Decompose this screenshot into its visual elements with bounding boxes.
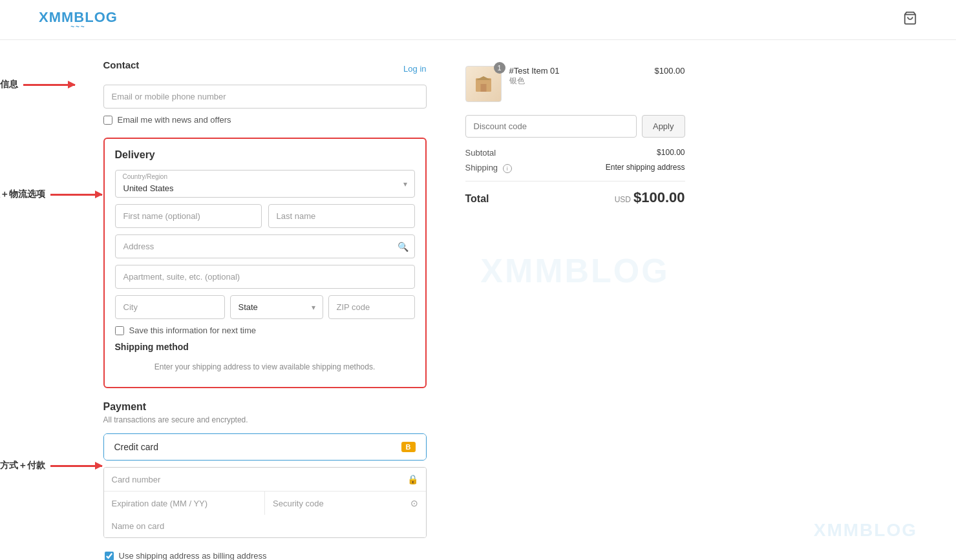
- annotation-step2: ②收货地址＋物流选项: [0, 189, 102, 200]
- lock-icon: 🔒: [407, 474, 418, 484]
- header: XMMBLOG: [0, 0, 956, 40]
- billing-label: Use shipping address as billing address: [119, 551, 267, 560]
- billing-checkbox[interactable]: [105, 552, 114, 561]
- newsletter-checkbox[interactable]: [103, 116, 112, 125]
- shipping-row: Shipping i Enter shipping address: [465, 163, 685, 173]
- annotation-step3: ③选择付款方式＋付款: [0, 460, 102, 472]
- discount-input[interactable]: [465, 115, 637, 138]
- item-variant: 银色: [509, 76, 647, 87]
- payment-section: Payment All transactions are secure and …: [103, 401, 427, 560]
- order-item: 1 #Test Item 01 银色 $100.00: [465, 66, 685, 102]
- delivery-title: Delivery: [115, 149, 415, 161]
- security-field: ⊙: [265, 492, 426, 515]
- shipping-info-icon: i: [503, 164, 512, 173]
- city-input[interactable]: [115, 295, 225, 319]
- card-number-row: 🔒: [104, 468, 426, 492]
- contact-section: Contact Log in Email me with news and of…: [103, 59, 427, 125]
- state-select[interactable]: State: [230, 295, 323, 319]
- payment-title: Payment: [103, 401, 427, 413]
- shipping-method-title: Shipping method: [115, 342, 415, 352]
- card-number-input[interactable]: [112, 475, 402, 484]
- name-row: [115, 204, 415, 228]
- address-input[interactable]: [115, 234, 415, 258]
- save-info-checkbox[interactable]: [115, 326, 124, 335]
- billing-address-row: Use shipping address as billing address: [103, 544, 427, 560]
- country-wrapper: Country/Region United States ▾: [115, 170, 415, 198]
- total-amount: $100.00: [633, 189, 685, 206]
- cart-icon[interactable]: [903, 11, 917, 28]
- total-row: Total USD $100.00: [465, 181, 685, 206]
- subtotal-row: Subtotal $100.00: [465, 148, 685, 158]
- payment-badge: B: [401, 442, 416, 452]
- expiry-field: [104, 492, 266, 515]
- login-link[interactable]: Log in: [403, 64, 426, 74]
- newsletter-row: Email me with news and offers: [103, 115, 427, 125]
- zip-input[interactable]: [328, 295, 415, 319]
- credit-card-tab[interactable]: Credit card B: [104, 434, 426, 460]
- contact-header: Contact Log in: [103, 59, 427, 78]
- annotation-step1: ①填写联系信息: [0, 79, 75, 90]
- newsletter-label: Email me with news and offers: [118, 115, 231, 125]
- subtotal-label: Subtotal: [465, 148, 496, 158]
- logo: XMMBLOG: [39, 9, 118, 30]
- save-info-label: Save this information for next time: [129, 326, 257, 335]
- item-price: $100.00: [655, 66, 685, 76]
- item-details: #Test Item 01 银色: [509, 66, 647, 87]
- payment-methods: Credit card B: [103, 433, 427, 461]
- arrow-step1: [23, 84, 75, 86]
- save-info-row: Save this information for next time: [115, 326, 415, 335]
- right-column: 1 #Test Item 01 银色 $100.00 Apply Subtota…: [465, 59, 685, 560]
- arrow-step3: [50, 465, 102, 467]
- address2-input[interactable]: [115, 265, 415, 289]
- question-icon: ⊙: [410, 498, 418, 508]
- total-currency: USD: [615, 195, 631, 204]
- state-wrapper: State ▾: [230, 295, 323, 319]
- delivery-section: Delivery Country/Region United States ▾: [103, 138, 427, 388]
- apply-button[interactable]: Apply: [642, 115, 685, 138]
- payment-subtitle: All transactions are secure and encrypte…: [103, 415, 427, 424]
- card-fields: 🔒 ⊙: [103, 467, 427, 538]
- subtotal-value: $100.00: [657, 148, 685, 158]
- expiry-security-row: ⊙: [104, 492, 426, 515]
- watermark-area: XMMBLOG: [465, 206, 685, 335]
- name-on-card-row: [104, 515, 426, 537]
- last-name-input[interactable]: [268, 204, 415, 228]
- discount-row: Apply: [465, 115, 685, 138]
- total-label: Total: [465, 193, 489, 205]
- first-name-input[interactable]: [115, 204, 262, 228]
- search-icon: 🔍: [398, 242, 409, 252]
- country-select[interactable]: United States: [115, 170, 415, 198]
- item-quantity-badge: 1: [494, 62, 505, 74]
- total-value-wrap: USD $100.00: [615, 189, 685, 206]
- svg-rect-3: [480, 84, 486, 92]
- item-image-wrap: 1: [465, 66, 502, 102]
- credit-card-label: Credit card: [114, 442, 158, 452]
- address-wrapper: 🔍: [115, 234, 415, 258]
- expiry-input[interactable]: [112, 499, 257, 508]
- watermark: XMMBLOG: [480, 251, 670, 290]
- security-code-input[interactable]: [273, 499, 405, 508]
- shipping-label: Shipping i: [465, 163, 512, 173]
- email-input[interactable]: [103, 85, 427, 109]
- item-name: #Test Item 01: [509, 66, 647, 76]
- city-state-zip-row: State ▾: [115, 295, 415, 319]
- name-on-card-input[interactable]: [112, 521, 418, 531]
- contact-title: Contact: [103, 59, 140, 70]
- left-column: ①填写联系信息 Contact Log in Email me with new…: [103, 59, 427, 560]
- main-content: ①填写联系信息 Contact Log in Email me with new…: [90, 40, 866, 560]
- shipping-info-text: Enter your shipping address to view avai…: [115, 357, 415, 377]
- arrow-step2: [50, 194, 102, 196]
- shipping-value: Enter shipping address: [606, 163, 685, 173]
